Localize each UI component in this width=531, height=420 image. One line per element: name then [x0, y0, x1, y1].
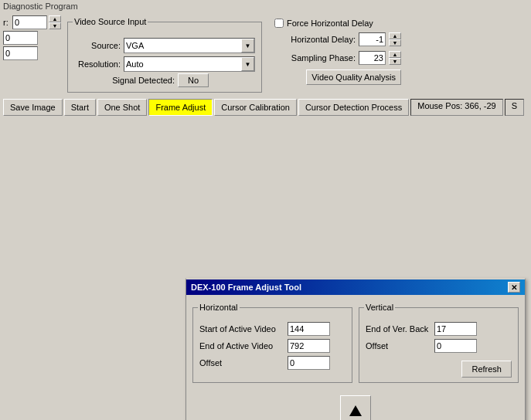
end-active-label: End of Active Video — [199, 341, 284, 351]
dpad-container — [192, 395, 519, 420]
source-row: Source: VGA ▼ — [74, 38, 255, 53]
start-button[interactable]: Start — [64, 99, 96, 116]
hdelay-spinner: ▲ ▼ — [389, 32, 401, 46]
input-row-1: r: ▲ ▼ — [3, 15, 61, 29]
resolution-dropdown-wrapper: Auto ▼ — [124, 56, 255, 72]
resolution-label: Resolution: — [74, 59, 121, 69]
resolution-dropdown-arrow[interactable]: ▼ — [241, 57, 254, 71]
offset-h-field: Offset — [199, 356, 345, 370]
end-active-input[interactable] — [288, 339, 330, 353]
dpad-empty-tr — [373, 395, 403, 420]
start-active-field: Start of Active Video — [199, 322, 345, 336]
sampling-phase-label: Sampling Phase: — [274, 53, 356, 63]
offset-h-input[interactable] — [288, 356, 330, 370]
signal-no-button[interactable]: No — [178, 73, 209, 87]
resolution-row: Resolution: Auto ▼ — [74, 56, 255, 72]
mouse-pos-display: Mouse Pos: 366, -29 — [410, 99, 503, 116]
vertical-group-label: Vertical — [364, 303, 395, 312]
hdelay-spin-down[interactable]: ▼ — [389, 39, 401, 46]
frame-adjust-button[interactable]: Frame Adjust — [148, 99, 213, 116]
end-ver-label: End of Ver. Back — [366, 324, 431, 334]
main-area: DEX-100 Frame Adjust Tool ✕ Horizontal S… — [0, 116, 531, 378]
dialog-groups: Horizontal Start of Active Video End of … — [192, 301, 519, 383]
input1-spinner: ▲ ▼ — [49, 15, 61, 29]
offset-v-field: Offset — [366, 339, 512, 353]
horizontal-delay-label: Horizontal Delay: — [274, 35, 356, 44]
sampling-phase-row: Sampling Phase: ▲ ▼ — [274, 51, 401, 65]
horizontal-group-label: Horizontal — [198, 303, 240, 312]
up-arrow-icon — [349, 405, 362, 416]
s-label: S — [505, 99, 524, 116]
force-delay-label: Force Horizontal Delay — [287, 19, 373, 28]
dex-dialog: DEX-100 Frame Adjust Tool ✕ Horizontal S… — [186, 278, 526, 420]
offset-h-label: Offset — [199, 358, 284, 368]
start-active-label: Start of Active Video — [199, 324, 284, 334]
force-delay-row: Force Horizontal Delay — [274, 19, 401, 28]
refresh-button[interactable]: Refresh — [461, 361, 512, 378]
signal-label: Signal Detected: — [105, 76, 175, 85]
sampling-spinner: ▲ ▼ — [389, 51, 401, 65]
hdelay-spin-up[interactable]: ▲ — [389, 32, 401, 39]
source-group: Video Source Input Source: VGA ▼ Resolut… — [67, 22, 262, 93]
dialog-content: Horizontal Start of Active Video End of … — [186, 295, 525, 420]
left-inputs: r: ▲ ▼ — [3, 15, 61, 60]
source-label: Source: — [74, 41, 121, 50]
sampling-spin-down[interactable]: ▼ — [389, 58, 401, 65]
signal-row: Signal Detected: No — [74, 73, 255, 87]
horizontal-delay-row: Horizontal Delay: ▲ ▼ — [274, 32, 401, 46]
window-title: Diagnostic Program — [3, 2, 78, 11]
right-section: Force Horizontal Delay Horizontal Delay:… — [274, 19, 401, 85]
input-row-2 — [3, 31, 61, 45]
end-ver-input[interactable] — [434, 322, 477, 336]
cursor-detection-button[interactable]: Cursor Detection Process — [298, 99, 409, 116]
source-dropdown-arrow[interactable]: ▼ — [241, 39, 254, 52]
input1-label: r: — [3, 18, 11, 27]
sampling-phase-input[interactable] — [359, 51, 386, 65]
resolution-dropdown[interactable]: Auto — [124, 56, 255, 72]
force-delay-checkbox[interactable] — [274, 19, 284, 28]
horizontal-group: Horizontal Start of Active Video End of … — [192, 307, 352, 383]
input1-spin-down[interactable]: ▼ — [49, 22, 61, 29]
end-ver-field: End of Ver. Back — [366, 322, 512, 336]
source-dropdown-wrapper: VGA ▼ — [124, 38, 255, 53]
dialog-titlebar: DEX-100 Frame Adjust Tool ✕ — [186, 279, 525, 295]
dpad-empty-tl — [308, 395, 339, 420]
dialog-title: DEX-100 Frame Adjust Tool — [191, 283, 301, 292]
end-active-field: End of Active Video — [199, 339, 345, 353]
input-row-3 — [3, 46, 61, 60]
toolbar: Save Image Start One Shot Frame Adjust C… — [0, 96, 531, 116]
horizontal-delay-input[interactable] — [359, 32, 386, 46]
input1-field[interactable] — [12, 15, 47, 29]
input2-field[interactable] — [3, 31, 38, 45]
source-group-label: Video Source Input — [73, 17, 148, 26]
title-bar: Diagnostic Program — [0, 0, 531, 12]
source-dropdown[interactable]: VGA — [124, 38, 255, 53]
start-active-input[interactable] — [288, 322, 330, 336]
input3-field[interactable] — [3, 46, 38, 60]
vqa-button[interactable]: Video Quality Analysis — [306, 69, 401, 85]
top-section: r: ▲ ▼ Video Source Input Source: VGA ▼ — [0, 12, 531, 96]
offset-v-input[interactable] — [434, 339, 477, 353]
sampling-spin-up[interactable]: ▲ — [389, 51, 401, 58]
one-shot-button[interactable]: One Shot — [97, 99, 147, 116]
dpad — [308, 395, 403, 420]
offset-v-label: Offset — [366, 341, 431, 351]
save-image-button[interactable]: Save Image — [3, 99, 63, 116]
cursor-calibration-button[interactable]: Cursor Calibration — [214, 99, 297, 116]
dialog-close-button[interactable]: ✕ — [508, 282, 520, 293]
vertical-group: Vertical End of Ver. Back Offset Refresh — [359, 307, 519, 383]
dpad-up-button[interactable] — [340, 395, 371, 420]
input1-spin-up[interactable]: ▲ — [49, 15, 61, 22]
